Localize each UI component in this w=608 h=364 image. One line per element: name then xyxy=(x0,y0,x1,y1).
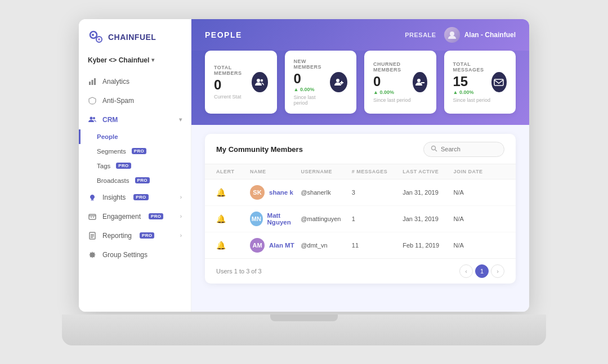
row-alert-0: 🔔 xyxy=(216,188,250,197)
col-header-5: JOIN DATE xyxy=(454,169,504,174)
sidebar-sub-tags-label: Tags xyxy=(97,163,110,169)
svg-point-21 xyxy=(336,79,339,82)
row-avatar-0: SK xyxy=(250,185,265,200)
search-wrap[interactable] xyxy=(423,142,504,157)
next-page-button[interactable]: › xyxy=(491,264,504,278)
user-info: Alan - Chainfuel xyxy=(444,27,516,43)
svg-rect-26 xyxy=(494,79,503,86)
svg-point-4 xyxy=(98,38,100,41)
svg-line-2 xyxy=(96,37,97,38)
main-content: PEOPLE PRESALE Alan - Chainfuel TOTAL ME… xyxy=(191,19,529,312)
stat-sub-0: Current Stat xyxy=(214,94,252,100)
page-title: PEOPLE xyxy=(205,30,242,39)
table-title: My Community Members xyxy=(216,145,303,154)
stat-icon-2 xyxy=(413,72,427,92)
search-icon xyxy=(431,145,437,154)
sidebar-sub-broadcasts[interactable]: Broadcasts PRO xyxy=(79,173,191,188)
engagement-icon xyxy=(88,212,97,221)
stat-change-2: ▲ 0.00% xyxy=(373,89,413,95)
logo-text: CHAINFUEL xyxy=(108,33,156,42)
stat-left-3: TOTAL MESSAGES 15 ▲ 0.00% Since last per… xyxy=(453,61,491,103)
row-username-0: @shanerIk xyxy=(301,189,351,196)
row-username-1: @mattinguyen xyxy=(301,215,351,222)
table-row[interactable]: 🔔 AM Alan MT @dmt_vn 11 Feb 11, 2019 N/A xyxy=(205,232,516,258)
pagination: ‹ 1 › xyxy=(459,264,504,278)
stat-value-2: 0 xyxy=(373,75,413,88)
row-name-0[interactable]: shane k xyxy=(269,189,293,196)
gear-icon xyxy=(88,250,97,259)
stat-change-3: ▲ 0.00% xyxy=(453,89,491,95)
row-name-wrap-1: MN Matt Nguyen xyxy=(250,212,301,226)
sidebar-item-engagement[interactable]: Engagement PRO › xyxy=(79,207,191,226)
svg-point-24 xyxy=(417,79,421,82)
stat-label-1: NEW MEMBERS xyxy=(294,59,330,70)
sidebar-item-analytics[interactable]: Analytics xyxy=(79,72,191,91)
stat-change-1: ▲ 0.00% xyxy=(294,87,330,92)
sidebar-item-insights-label: Insights xyxy=(102,194,126,201)
table-row[interactable]: 🔔 SK shane k @shanerIk 3 Jan 31, 2019 N/… xyxy=(205,179,516,206)
stat-label-2: CHURNED MEMBERS xyxy=(373,61,413,73)
svg-point-20 xyxy=(261,79,263,81)
table-section: My Community Members ALERTNAMEUSERNAME# … xyxy=(191,125,529,312)
header-right: PRESALE Alan - Chainfuel xyxy=(405,27,516,43)
table-header: My Community Members xyxy=(205,134,516,164)
row-alert-2: 🔔 xyxy=(216,241,250,250)
sidebar-nav: Analytics Anti-Spam CRM ▾ People xyxy=(79,72,191,312)
sidebar-item-reporting[interactable]: Reporting PRO › xyxy=(79,226,191,245)
table-columns: ALERTNAMEUSERNAME# MESSAGESLAST ACTIVEJO… xyxy=(205,164,516,179)
insights-pro-badge: PRO xyxy=(133,194,148,200)
reporting-icon xyxy=(88,231,97,240)
prev-page-button[interactable]: ‹ xyxy=(459,264,473,278)
sidebar-sub-people[interactable]: People xyxy=(79,129,191,144)
stat-card-2: CHURNED MEMBERS 0 ▲ 0.00% Since last per… xyxy=(364,51,436,114)
stat-left-1: NEW MEMBERS 0 ▲ 0.00% Since last period xyxy=(294,59,330,106)
workspace-selector[interactable]: Kyber <> Chainfuel ▾ xyxy=(79,52,191,72)
stat-icon-3 xyxy=(491,72,507,92)
svg-point-9 xyxy=(93,117,95,119)
row-join-date-1: N/A xyxy=(454,215,504,222)
sidebar-sub-segments[interactable]: Segments PRO xyxy=(79,144,191,159)
table-footer: Users 1 to 3 of 3 ‹ 1 › xyxy=(205,258,516,284)
tags-pro-badge: PRO xyxy=(116,163,131,169)
sidebar-item-antispam[interactable]: Anti-Spam xyxy=(79,91,191,110)
row-name-1[interactable]: Matt Nguyen xyxy=(267,212,301,226)
reporting-chevron-icon: › xyxy=(180,232,182,239)
sidebar-item-insights[interactable]: Insights PRO › xyxy=(79,188,191,207)
stats-section: TOTAL MEMBERS 0 Current Stat NEW MEMBERS… xyxy=(191,51,529,125)
sidebar-item-crm-label: CRM xyxy=(102,116,118,124)
main-header: PEOPLE PRESALE Alan - Chainfuel xyxy=(191,19,529,51)
page-1-button[interactable]: 1 xyxy=(475,264,489,278)
col-header-1: NAME xyxy=(250,169,301,174)
row-name-2[interactable]: Alan MT xyxy=(269,242,294,249)
sidebar-item-analytics-label: Analytics xyxy=(102,78,129,86)
svg-point-8 xyxy=(90,116,93,119)
row-name-wrap-0: SK shane k xyxy=(250,185,301,200)
stat-value-3: 15 xyxy=(453,75,491,88)
avatar xyxy=(444,27,460,43)
sidebar-sub-tags[interactable]: Tags PRO xyxy=(79,159,191,173)
row-alert-1: 🔔 xyxy=(216,214,250,223)
stat-card-0: TOTAL MEMBERS 0 Current Stat xyxy=(205,51,277,114)
stat-icon-1 xyxy=(330,72,347,92)
search-input[interactable] xyxy=(441,146,497,152)
svg-rect-5 xyxy=(89,82,91,85)
stat-card-1: NEW MEMBERS 0 ▲ 0.00% Since last period xyxy=(285,51,357,114)
sidebar-sub-segments-label: Segments xyxy=(97,148,126,155)
sidebar-item-group-settings[interactable]: Group Settings xyxy=(79,245,191,264)
workspace-name: Kyber <> Chainfuel xyxy=(88,56,149,64)
row-last-active-0: Jan 31, 2019 xyxy=(403,189,453,196)
table-rows: 🔔 SK shane k @shanerIk 3 Jan 31, 2019 N/… xyxy=(205,179,516,258)
broadcasts-pro-badge: PRO xyxy=(135,177,150,183)
stat-card-3: TOTAL MESSAGES 15 ▲ 0.00% Since last per… xyxy=(444,51,516,114)
laptop-notch xyxy=(270,314,338,321)
user-name: Alan - Chainfuel xyxy=(464,31,516,39)
svg-point-27 xyxy=(432,146,436,150)
sidebar-item-crm[interactable]: CRM ▾ xyxy=(79,110,191,129)
footer-count: Users 1 to 3 of 3 xyxy=(216,268,262,275)
svg-point-13 xyxy=(93,217,94,218)
svg-point-12 xyxy=(91,217,92,218)
row-name-wrap-2: AM Alan MT xyxy=(250,238,301,253)
table-row[interactable]: 🔔 MN Matt Nguyen @mattinguyen 1 Jan 31, … xyxy=(205,206,516,232)
segments-pro-badge: PRO xyxy=(132,148,146,154)
stat-left-0: TOTAL MEMBERS 0 Current Stat xyxy=(214,65,252,100)
